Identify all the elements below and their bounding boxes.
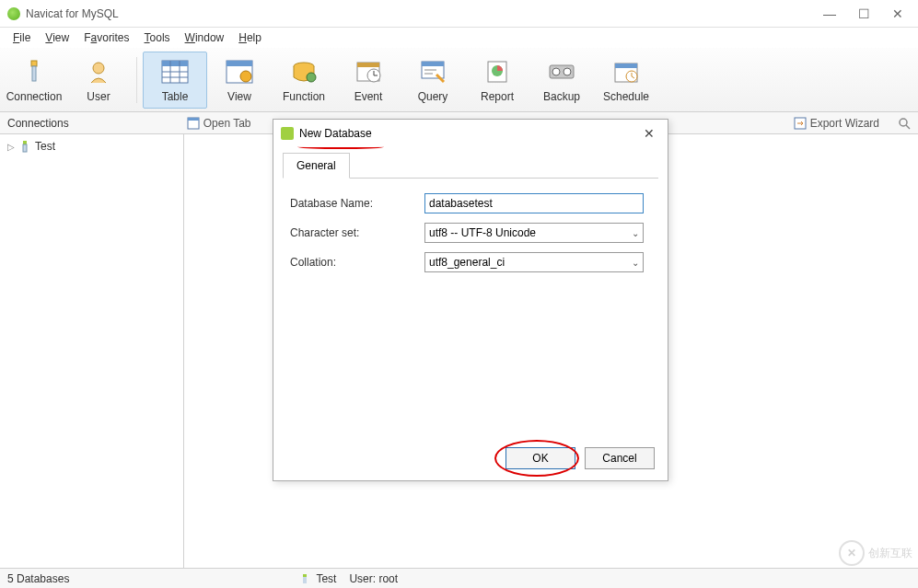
status-user: User: root: [349, 572, 398, 585]
close-button[interactable]: ✕: [892, 6, 903, 21]
export-icon: [794, 117, 807, 130]
db-name-input[interactable]: [424, 193, 644, 213]
toolbar-label: Event: [354, 90, 383, 103]
title-bar: Navicat for MySQL — ☐ ✕: [0, 0, 918, 28]
connections-sidebar: ▷ Test: [0, 134, 184, 568]
watermark: ✕ 创新互联: [839, 540, 912, 566]
svg-point-2: [93, 63, 104, 74]
menu-bar: File View Favorites Tools Window Help: [0, 28, 918, 48]
status-db-count: 5 Databases: [7, 572, 69, 585]
cancel-button[interactable]: Cancel: [585, 447, 655, 469]
svg-rect-40: [303, 574, 307, 577]
plug-icon: [18, 140, 31, 153]
plug-small-icon: [299, 573, 310, 584]
toolbar-label: Function: [283, 90, 325, 103]
tab-general[interactable]: General: [283, 153, 350, 179]
toolbar-user[interactable]: User: [66, 52, 131, 109]
view-icon: [225, 57, 254, 86]
svg-rect-39: [23, 144, 27, 152]
window-title: Navicat for MySQL: [26, 7, 119, 20]
export-wizard-button[interactable]: Export Wizard: [794, 117, 879, 130]
app-icon: [7, 7, 20, 20]
connection-icon: [19, 57, 49, 86]
event-icon: [354, 57, 383, 86]
menu-window[interactable]: Window: [180, 29, 230, 46]
table-icon: [160, 57, 190, 86]
ok-button[interactable]: OK: [505, 447, 575, 469]
connection-name: Test: [35, 140, 55, 153]
toolbar-label: View: [227, 90, 251, 103]
toolbar-query[interactable]: Query: [401, 52, 465, 109]
window-controls: — ☐ ✕: [823, 6, 911, 21]
toolbar-label: Backup: [543, 90, 580, 103]
toolbar-report[interactable]: Report: [465, 52, 529, 109]
dialog-form: Database Name: Character set: utf8 -- UT…: [283, 179, 658, 296]
charset-label: Character set:: [290, 226, 424, 239]
svg-rect-29: [615, 63, 637, 68]
menu-help[interactable]: Help: [233, 29, 267, 46]
svg-point-27: [564, 68, 571, 75]
open-table-button[interactable]: Open Tab: [187, 117, 251, 130]
svg-rect-4: [162, 61, 188, 66]
schedule-icon: [611, 57, 641, 86]
menu-view[interactable]: View: [40, 29, 75, 46]
svg-rect-34: [188, 118, 199, 121]
connection-tree-item[interactable]: ▷ Test: [4, 138, 180, 155]
query-icon: [418, 57, 447, 86]
expand-icon[interactable]: ▷: [7, 142, 15, 152]
toolbar-event[interactable]: Event: [336, 52, 401, 109]
collation-select[interactable]: utf8_general_ci ⌄: [424, 252, 644, 272]
toolbar-separator: [136, 57, 137, 103]
charset-select[interactable]: utf8 -- UTF-8 Unicode ⌄: [424, 223, 644, 243]
toolbar-function[interactable]: Function: [272, 52, 336, 109]
maximize-button[interactable]: ☐: [858, 6, 870, 21]
svg-point-13: [307, 73, 316, 82]
svg-line-37: [906, 125, 910, 129]
toolbar-label: Schedule: [603, 90, 649, 103]
dialog-body: General Database Name: Character set: ut…: [273, 147, 668, 306]
toolbar-label: User: [87, 90, 110, 103]
dialog-tabs: General: [283, 153, 658, 179]
report-icon: [482, 57, 512, 86]
menu-tools[interactable]: Tools: [139, 29, 176, 46]
toolbar-table[interactable]: Table: [143, 52, 207, 109]
menu-favorites[interactable]: Favorites: [78, 29, 134, 46]
search-icon[interactable]: [898, 117, 911, 130]
watermark-icon: ✕: [839, 540, 865, 566]
dialog-title: New Database: [299, 127, 372, 140]
svg-point-36: [900, 119, 907, 126]
new-database-dialog: New Database ✕ General Database Name: Ch…: [273, 119, 668, 481]
function-icon: [289, 57, 319, 86]
toolbar-label: Table: [162, 90, 189, 103]
toolbar-label: Report: [481, 90, 514, 103]
collation-label: Collation:: [290, 256, 424, 269]
chevron-down-icon: ⌄: [632, 228, 639, 238]
menu-file[interactable]: File: [7, 29, 36, 46]
status-bar: 5 Databases Test User: root: [0, 568, 918, 588]
svg-rect-0: [31, 61, 37, 66]
dialog-close-button[interactable]: ✕: [638, 126, 660, 141]
toolbar-label: Query: [418, 90, 448, 103]
chevron-down-icon: ⌄: [632, 258, 639, 268]
minimize-button[interactable]: —: [823, 6, 836, 21]
status-connection: Test User: root: [299, 572, 398, 585]
annotation-underline: [297, 144, 384, 149]
svg-point-11: [240, 71, 251, 82]
table-small-icon: [187, 117, 200, 130]
toolbar-schedule[interactable]: Schedule: [594, 52, 658, 109]
database-icon: [281, 127, 294, 140]
svg-rect-10: [227, 61, 252, 66]
user-icon: [84, 57, 113, 86]
toolbar-view[interactable]: View: [207, 52, 272, 109]
dialog-buttons: OK Cancel: [505, 447, 655, 469]
connections-panel-label: Connections: [0, 117, 76, 130]
toolbar-connection[interactable]: Connection: [2, 52, 66, 109]
svg-rect-38: [23, 141, 27, 144]
main-toolbar: Connection User Table View Function Even…: [0, 48, 918, 112]
svg-rect-15: [357, 63, 379, 67]
db-name-label: Database Name:: [290, 197, 424, 210]
backup-icon: [547, 57, 576, 86]
svg-rect-1: [32, 66, 36, 81]
toolbar-backup[interactable]: Backup: [529, 52, 594, 109]
svg-point-26: [552, 68, 560, 75]
